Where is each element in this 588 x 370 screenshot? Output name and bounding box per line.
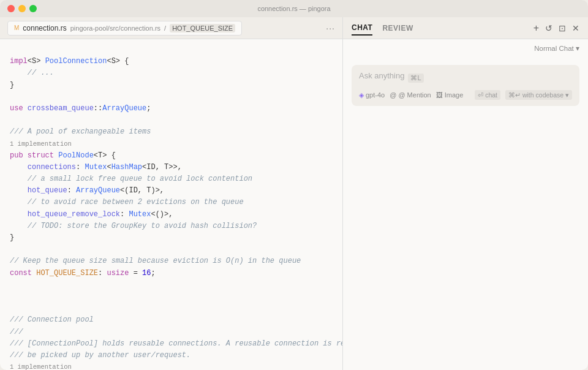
layout-icon[interactable]: ⊡: [559, 23, 566, 33]
close-icon[interactable]: ✕: [572, 23, 579, 33]
normal-chat-dropdown[interactable]: Normal Chat ▾: [534, 45, 579, 52]
codebase-submit-button[interactable]: ⌘↵ with codebase ▾: [505, 90, 572, 100]
model-icon: ◈: [359, 91, 364, 99]
breadcrumb-separator: /: [164, 25, 166, 32]
at-icon: @: [390, 91, 396, 99]
side-panel: CHAT REVIEW + ↺ ⊡ ✕ Normal Chat ▾ Ask an…: [343, 17, 588, 370]
title-bar: connection.rs — pingora: [0, 0, 588, 17]
mention-button[interactable]: @ @ Mention: [390, 91, 431, 99]
tab-filename: connection.rs: [23, 24, 66, 32]
ask-input-box[interactable]: Ask anything ⌘L ◈ gpt-4o @ @ Mention: [352, 65, 579, 106]
git-status-badge: M: [14, 25, 19, 31]
chat-area: Ask anything ⌘L ◈ gpt-4o @ @ Mention: [343, 58, 588, 370]
tab-highlight: HOT_QUEUE_SIZE: [170, 24, 235, 32]
image-label: Image: [445, 91, 464, 99]
minimize-button[interactable]: [18, 5, 26, 12]
main-content: M connection.rs pingora-pool/src/connect…: [0, 17, 588, 370]
tab-review[interactable]: REVIEW: [382, 21, 413, 35]
traffic-lights: [7, 5, 37, 12]
maximize-button[interactable]: [29, 5, 37, 12]
editor-tab-bar: M connection.rs pingora-pool/src/connect…: [0, 17, 342, 39]
window-title: connection.rs — pingora: [257, 5, 330, 12]
mention-label: @ Mention: [398, 91, 431, 99]
model-label: gpt-4o: [366, 91, 385, 99]
ask-toolbar-right: ⏎ chat ⌘↵ with codebase ▾: [475, 90, 572, 100]
model-selector[interactable]: ◈ gpt-4o: [359, 91, 385, 99]
image-button[interactable]: 🖼 Image: [436, 91, 464, 99]
ask-toolbar-left: ◈ gpt-4o @ @ Mention 🖼 Image: [359, 91, 463, 99]
normal-chat-label[interactable]: Normal Chat ▾: [343, 39, 588, 58]
ask-placeholder: Ask anything: [359, 71, 404, 80]
code-content: impl<S> PoolConnection<S> { // ... } use…: [0, 44, 342, 370]
ask-shortcut: ⌘L: [408, 74, 423, 83]
editor-tab[interactable]: M connection.rs pingora-pool/src/connect…: [7, 21, 242, 36]
image-icon: 🖼: [436, 91, 443, 99]
chat-submit-button[interactable]: ⏎ chat: [475, 90, 500, 100]
tab-breadcrumb: pingora-pool/src/connection.rs: [70, 25, 160, 32]
add-icon[interactable]: +: [533, 23, 539, 34]
tab-chat[interactable]: CHAT: [352, 21, 372, 36]
code-editor-pane: M connection.rs pingora-pool/src/connect…: [0, 17, 343, 370]
tab-more-button[interactable]: ···: [326, 23, 335, 33]
code-scroll-area[interactable]: impl<S> PoolConnection<S> { // ... } use…: [0, 39, 342, 370]
side-header-actions: + ↺ ⊡ ✕: [533, 23, 579, 34]
ask-toolbar: ◈ gpt-4o @ @ Mention 🖼 Image: [359, 90, 572, 100]
history-icon[interactable]: ↺: [545, 23, 552, 33]
app-window: connection.rs — pingora M connection.rs …: [0, 0, 588, 370]
side-panel-header: CHAT REVIEW + ↺ ⊡ ✕: [343, 17, 588, 39]
close-button[interactable]: [7, 5, 15, 12]
